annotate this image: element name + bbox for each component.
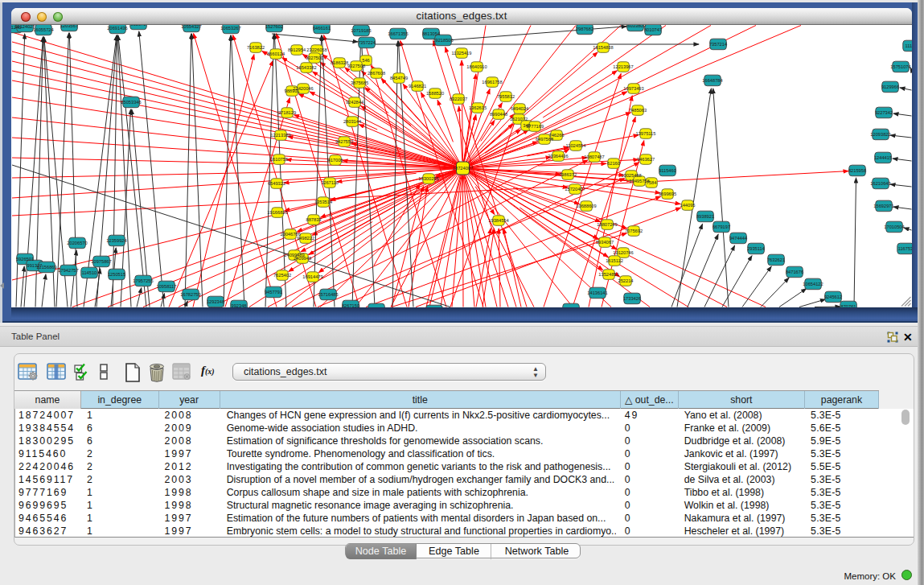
svg-text:10654122: 10654122	[803, 282, 823, 286]
svg-text:9242844: 9242844	[346, 100, 363, 105]
svg-text:14136141: 14136141	[587, 290, 607, 295]
svg-text:7632621: 7632621	[767, 257, 785, 262]
svg-text:16671355: 16671355	[388, 31, 408, 36]
svg-text:7485063: 7485063	[629, 108, 647, 113]
svg-text:2803144: 2803144	[343, 119, 361, 124]
svg-text:7357214: 7357214	[709, 42, 727, 47]
svg-text:16648784: 16648784	[702, 78, 722, 83]
svg-text:18807249: 18807249	[597, 222, 617, 227]
svg-text:905371: 905371	[131, 25, 146, 27]
svg-text:7584: 7584	[647, 180, 657, 185]
svg-text:9327508: 9327508	[347, 64, 365, 68]
svg-text:16543382: 16543382	[296, 65, 316, 70]
svg-text:7163822: 7163822	[247, 45, 265, 50]
svg-text:10653267: 10653267	[220, 26, 240, 31]
svg-text:8454749: 8454749	[390, 76, 408, 80]
svg-text:1244415: 1244415	[874, 155, 892, 160]
svg-text:9498222: 9498222	[297, 236, 314, 241]
svg-text:10975867: 10975867	[91, 259, 111, 264]
svg-text:10719185: 10719185	[351, 28, 371, 33]
svg-text:16055724: 16055724	[33, 27, 53, 32]
svg-text:2987682: 2987682	[576, 27, 593, 31]
svg-text:3267110: 3267110	[321, 180, 339, 185]
svg-text:6494024: 6494024	[511, 106, 528, 111]
svg-text:9129966: 9129966	[881, 84, 899, 89]
svg-text:6466161: 6466161	[313, 26, 331, 31]
svg-text:18300295: 18300295	[418, 176, 438, 181]
svg-text:1292348: 1292348	[207, 299, 224, 304]
svg-text:15720407: 15720407	[565, 187, 585, 192]
svg-text:15751074: 15751074	[890, 64, 910, 69]
svg-text:19166825: 19166825	[267, 210, 287, 215]
svg-text:17010504: 17010504	[884, 225, 904, 229]
svg-text:9227342: 9227342	[875, 110, 893, 115]
svg-text:12359924: 12359924	[106, 238, 126, 243]
svg-text:62160: 62160	[607, 161, 620, 166]
svg-text:20364436: 20364436	[548, 154, 568, 159]
svg-text:1621072: 1621072	[510, 117, 528, 122]
svg-text:10807487: 10807487	[584, 154, 604, 159]
svg-text:22420046: 22420046	[293, 86, 313, 91]
svg-text:1362615: 1362615	[469, 105, 487, 110]
svg-text:8215958: 8215958	[848, 168, 866, 173]
svg-text:3875685: 3875685	[351, 80, 368, 85]
svg-text:9327500: 9327500	[306, 56, 323, 60]
svg-text:12156869: 12156869	[36, 265, 56, 270]
svg-text:10554327: 10554327	[181, 25, 201, 29]
svg-text:12093822: 12093822	[870, 132, 890, 137]
svg-text:15692971: 15692971	[873, 204, 893, 208]
svg-text:1588520: 1588520	[426, 91, 444, 96]
svg-text:13975115: 13975115	[636, 131, 656, 136]
svg-text:9777169: 9777169	[526, 124, 544, 129]
svg-text:20691436: 20691436	[107, 26, 127, 31]
svg-text:10025488: 10025488	[621, 173, 641, 178]
svg-text:13524851: 13524851	[598, 272, 618, 277]
svg-text:8938921: 8938921	[696, 214, 714, 219]
svg-text:1250515: 1250515	[108, 272, 125, 277]
svg-text:10958117: 10958117	[157, 284, 177, 289]
svg-text:18724007: 18724007	[453, 166, 473, 171]
svg-text:16124027: 16124027	[14, 25, 35, 29]
svg-text:10973493: 10973493	[623, 86, 643, 91]
svg-text:7625402: 7625402	[273, 273, 291, 278]
svg-text:9457791: 9457791	[265, 290, 282, 295]
svg-text:12213967: 12213967	[613, 64, 633, 69]
svg-text:25053346: 25053346	[121, 100, 141, 105]
svg-text:6679197: 6679197	[713, 225, 730, 229]
svg-text:144095: 144095	[680, 203, 696, 208]
svg-text:16033809: 16033809	[625, 25, 645, 28]
svg-text:9146821: 9146821	[409, 84, 426, 89]
svg-text:14136: 14136	[565, 307, 577, 308]
svg-text:16210643: 16210643	[870, 181, 890, 186]
svg-text:9115460: 9115460	[659, 168, 676, 173]
svg-text:8660124: 8660124	[267, 51, 285, 56]
svg-text:916714: 916714	[369, 307, 384, 308]
svg-text:11024554: 11024554	[566, 143, 586, 148]
svg-text:992348: 992348	[232, 303, 247, 308]
svg-text:546: 546	[362, 58, 370, 63]
svg-text:417006: 417006	[328, 158, 343, 163]
svg-text:2935114: 2935114	[747, 246, 765, 251]
svg-text:6549322: 6549322	[268, 181, 285, 186]
svg-text:8267150: 8267150	[342, 303, 359, 308]
svg-text:5934067: 5934067	[596, 240, 614, 245]
svg-text:887833: 887833	[306, 217, 322, 222]
svg-text:8912954: 8912954	[288, 47, 306, 52]
svg-text:252214: 252214	[618, 278, 634, 283]
svg-text:17957255: 17957255	[133, 278, 153, 283]
svg-text:16914479: 16914479	[302, 274, 322, 279]
svg-text:15716485: 15716485	[318, 292, 338, 297]
svg-text:116753: 116753	[898, 246, 912, 251]
svg-text:7955812: 7955812	[497, 94, 515, 99]
svg-text:8010747: 8010747	[644, 27, 662, 32]
svg-text:7986372: 7986372	[559, 172, 577, 177]
svg-text:16782759: 16782759	[180, 292, 200, 297]
svg-text:10688609: 10688609	[576, 204, 596, 208]
svg-text:9463627: 9463627	[637, 157, 655, 162]
svg-text:19384554: 19384554	[488, 218, 508, 223]
svg-text:6497568: 6497568	[536, 137, 553, 142]
svg-text:8990448: 8990448	[490, 112, 507, 117]
svg-text:8322037: 8322037	[450, 97, 467, 101]
svg-text:10120746: 10120746	[613, 250, 633, 255]
svg-text:7075692: 7075692	[625, 229, 643, 233]
